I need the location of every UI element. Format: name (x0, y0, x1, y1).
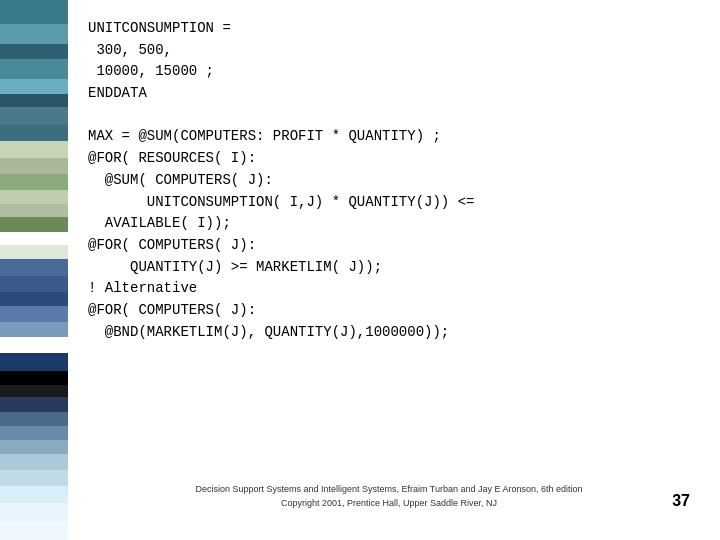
code-line: ! Alternative (88, 278, 690, 300)
code-line: UNITCONSUMPTION( I,J) * QUANTITY(J)) <= (88, 192, 690, 214)
footer-line1: Decision Support Systems and Intelligent… (195, 484, 582, 494)
code-line: UNITCONSUMPTION = (88, 18, 690, 40)
page-number: 37 (672, 492, 690, 510)
code-line: ENDDATA (88, 83, 690, 105)
footer: Decision Support Systems and Intelligent… (88, 473, 690, 510)
code-line: @FOR( COMPUTERS( J): (88, 235, 690, 257)
code-line: MAX = @SUM(COMPUTERS: PROFIT * QUANTITY)… (88, 126, 690, 148)
code-line (88, 105, 690, 127)
footer-citation: Decision Support Systems and Intelligent… (195, 483, 582, 510)
code-line: @FOR( RESOURCES( I): (88, 148, 690, 170)
code-line: @SUM( COMPUTERS( J): (88, 170, 690, 192)
code-line: 10000, 15000 ; (88, 61, 690, 83)
code-line: AVAILABLE( I)); (88, 213, 690, 235)
main-content: UNITCONSUMPTION = 300, 500, 10000, 15000… (68, 0, 720, 540)
code-line: QUANTITY(J) >= MARKETLIM( J)); (88, 257, 690, 279)
code-block: UNITCONSUMPTION = 300, 500, 10000, 15000… (88, 18, 690, 473)
footer-line2: Copyright 2001, Prentice Hall, Upper Sad… (281, 498, 497, 508)
code-line: @BND(MARKETLIM(J), QUANTITY(J),1000000))… (88, 322, 690, 344)
code-line: 300, 500, (88, 40, 690, 62)
color-bar (0, 0, 68, 540)
code-line: @FOR( COMPUTERS( J): (88, 300, 690, 322)
